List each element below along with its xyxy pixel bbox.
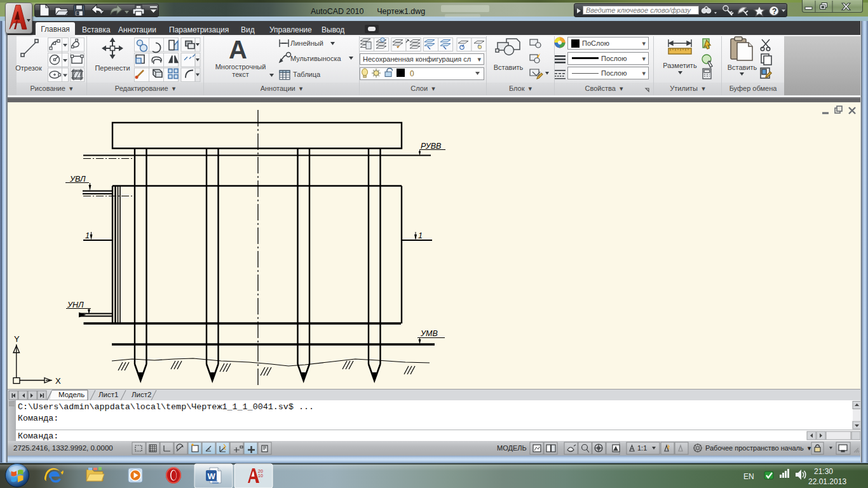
svg-text:W: W xyxy=(208,471,216,481)
svg-text:1: 1 xyxy=(85,231,90,240)
svg-text:10: 10 xyxy=(258,473,263,478)
svg-text:EN: EN xyxy=(743,472,754,481)
svg-text:A: A xyxy=(229,36,247,64)
svg-text:X: X xyxy=(55,376,61,386)
svg-text:1:1: 1:1 xyxy=(637,444,647,452)
svg-text:УМВ: УМВ xyxy=(420,329,438,338)
svg-text:21:30: 21:30 xyxy=(814,467,833,476)
svg-text:РУВВ: РУВВ xyxy=(421,142,441,151)
svg-text:1: 1 xyxy=(418,231,423,240)
svg-text:УНЛ: УНЛ xyxy=(67,301,84,309)
svg-text:УВЛ: УВЛ xyxy=(69,175,86,184)
svg-text:0: 0 xyxy=(410,69,414,78)
svg-text:Y: Y xyxy=(14,334,20,344)
svg-text:22.01.2013: 22.01.2013 xyxy=(808,477,846,486)
svg-text:?: ? xyxy=(772,7,776,16)
svg-text:20: 20 xyxy=(258,469,263,473)
